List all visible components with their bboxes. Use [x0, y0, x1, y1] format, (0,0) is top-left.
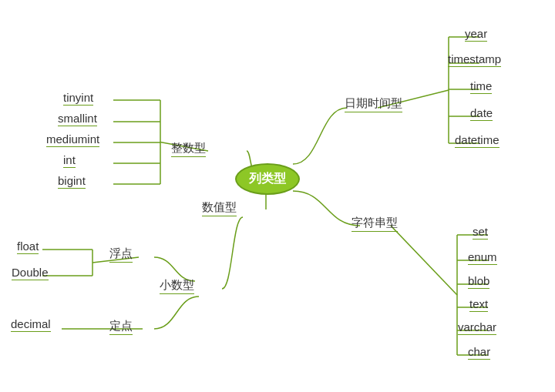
- blob: blob: [468, 274, 489, 287]
- bigint: bigint: [58, 174, 86, 187]
- center-node: 列类型: [235, 163, 300, 195]
- xiaoShu-label: 小数型: [160, 278, 194, 294]
- smallint: smallint: [58, 112, 97, 125]
- shuZhi-label: 数值型: [202, 200, 237, 216]
- set: set: [473, 225, 488, 238]
- char: char: [468, 345, 490, 358]
- int: int: [63, 153, 76, 166]
- zhengShu-label: 整数型: [171, 141, 206, 157]
- time: time: [470, 79, 492, 92]
- date: date: [470, 106, 493, 119]
- timestamp: timestamp: [448, 52, 501, 65]
- varchar: varchar: [458, 320, 496, 333]
- fuDian-label: 浮点: [109, 246, 133, 263]
- text: text: [469, 297, 488, 310]
- riQi-label: 日期时间型: [345, 96, 402, 112]
- enum: enum: [468, 250, 497, 263]
- tinyint: tinyint: [63, 91, 93, 104]
- decimal: decimal: [11, 317, 51, 330]
- year: year: [465, 27, 487, 40]
- center-label: 列类型: [249, 172, 286, 185]
- zifu-label: 字符串型: [352, 216, 398, 232]
- float: float: [17, 240, 39, 253]
- diDian-label: 定点: [109, 319, 133, 335]
- mediumint: mediumint: [46, 132, 99, 146]
- Double: Double: [12, 266, 49, 279]
- datetime: datetime: [455, 133, 500, 146]
